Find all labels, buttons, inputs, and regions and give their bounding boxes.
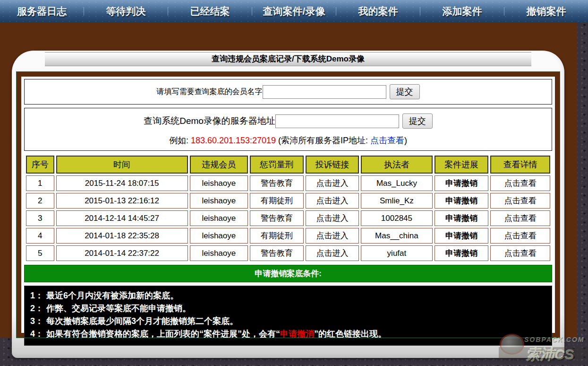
condition-item-3: 3：每次撤销案底最少间隔3个月才能撤销第二个案底。 xyxy=(30,315,546,328)
cell-punishment: 有期徒刑 xyxy=(250,228,304,244)
cell-time: 2015-11-24 18:07:15 xyxy=(56,175,188,191)
condition-text: 如果有符合撤销资格的案底，上面列表的“案件进展”处，会有“ xyxy=(46,329,280,339)
condition-number: 3： xyxy=(30,316,43,326)
cell-punishment: 警告教育 xyxy=(250,245,304,261)
cell-time: 2014-12-14 14:45:27 xyxy=(56,210,188,226)
table-header-row: 序号 时间 违规会员 惩罚量刑 投诉链接 执法者 案件进展 查看详情 xyxy=(26,156,550,174)
header-detail: 查看详情 xyxy=(490,156,550,174)
example-middle: (索沛所有服务器IP地址: xyxy=(276,136,370,145)
content-box: 请填写需要查询案底的会员名字 提交 查询系统Demo录像的服务器地址 提交 例如… xyxy=(17,72,560,338)
conditions-title-bar: 申请撤销案底条件: xyxy=(24,265,552,282)
nav-item-server-logs[interactable]: 服务器日志 xyxy=(0,5,84,18)
demo-query-input[interactable] xyxy=(275,114,399,128)
cell-enforcer: Smlie_Kz xyxy=(361,193,432,209)
cell-index: 1 xyxy=(26,175,54,191)
nav-item-closed-cases[interactable]: 已经结案 xyxy=(168,5,252,18)
header-punishment: 惩罚量刑 xyxy=(250,156,304,174)
nav-item-query-cases-demos[interactable]: 查询案件/录像 xyxy=(252,5,336,18)
complaint-link[interactable]: 点击进入 xyxy=(306,210,359,226)
revoke-request-link[interactable]: 申请撤销 xyxy=(435,245,489,261)
condition-number: 2： xyxy=(30,304,43,313)
example-line: 例如: 183.60.201.153:27019 (索沛所有服务器IP地址: 点… xyxy=(169,135,407,146)
revoke-request-link[interactable]: 申请撤销 xyxy=(435,175,489,191)
view-detail-link[interactable]: 点击查看 xyxy=(490,175,550,191)
table-row: 2 2015-01-13 22:16:12 leishaoye 有期徒刑 点击进… xyxy=(26,193,550,209)
table-row: 3 2014-12-14 14:45:27 leishaoye 警告教育 点击进… xyxy=(26,210,550,226)
content-window: 查询违规会员案底记录/下载系统Demo录像 请填写需要查询案底的会员名字 提交 … xyxy=(12,51,564,358)
complaint-link[interactable]: 点击进入 xyxy=(306,245,359,261)
outer-frame: 查询违规会员案底记录/下载系统Demo录像 请填写需要查询案底的会员名字 提交 … xyxy=(0,22,577,338)
cell-enforcer: Mas__china xyxy=(361,228,432,244)
example-suffix: ) xyxy=(404,136,407,145)
cell-punishment: 警告教育 xyxy=(250,210,304,226)
complaint-link[interactable]: 点击进入 xyxy=(306,228,359,244)
cell-punishment: 有期徒刑 xyxy=(250,193,304,209)
top-navigation: 服务器日志 等待判决 已经结案 查询案件/录像 我的案件 添加案件 撤销案件 xyxy=(0,0,588,22)
header-time: 时间 xyxy=(56,156,188,174)
example-ip-address: 183.60.201.153:27019 xyxy=(191,136,276,145)
conditions-list: 1：最近6个月内没有被添加新的案底。 2：作弊、交易记录等案底不能申请撤销。 3… xyxy=(24,286,552,346)
view-detail-link[interactable]: 点击查看 xyxy=(490,210,550,226)
cell-member: leishaoye xyxy=(190,193,248,209)
condition-highlight-red: 申请撤消 xyxy=(280,329,314,339)
example-prefix: 例如: xyxy=(169,136,191,145)
cell-time: 2014-01-14 22:37:22 xyxy=(56,245,188,261)
cell-time: 2015-01-13 22:16:12 xyxy=(56,193,188,209)
condition-item-2: 2：作弊、交易记录等案底不能申请撤销。 xyxy=(30,302,546,315)
nav-item-pending-verdict[interactable]: 等待判决 xyxy=(84,5,168,18)
header-complaint: 投诉链接 xyxy=(306,156,359,174)
condition-number: 4： xyxy=(30,329,43,339)
view-all-servers-link[interactable]: 点击查看 xyxy=(370,136,404,145)
cell-index: 2 xyxy=(26,193,54,209)
page-background: 服务器日志 等待判决 已经结案 查询案件/录像 我的案件 添加案件 撤销案件 查… xyxy=(0,0,588,366)
cell-punishment: 警告教育 xyxy=(250,175,304,191)
demo-query-submit-button[interactable]: 提交 xyxy=(402,113,433,129)
header-progress: 案件进展 xyxy=(435,156,489,174)
table-row: 5 2014-01-14 22:37:22 leishaoye 警告教育 点击进… xyxy=(26,245,550,261)
member-query-form: 请填写需要查询案底的会员名字 提交 xyxy=(24,79,552,105)
condition-item-4: 4：如果有符合撤销资格的案底，上面列表的“案件进展”处，会有“申请撤消”的红色链… xyxy=(30,328,546,340)
cell-member: leishaoye xyxy=(190,175,248,191)
header-member: 违规会员 xyxy=(190,156,248,174)
cell-enforcer: Mas_Lucky xyxy=(361,175,432,191)
cell-index: 3 xyxy=(26,210,54,226)
revoke-request-link[interactable]: 申请撤销 xyxy=(435,228,489,244)
condition-text: 作弊、交易记录等案底不能申请撤销。 xyxy=(46,304,191,313)
revoke-request-link[interactable]: 申请撤销 xyxy=(435,210,489,226)
page-title: 查询违规会员案底记录/下载系统Demo录像 xyxy=(45,52,531,66)
cell-index: 5 xyxy=(26,245,54,261)
cell-time: 2014-01-18 22:35:28 xyxy=(56,228,188,244)
cell-enforcer: yiufat xyxy=(361,245,432,261)
complaint-link[interactable]: 点击进入 xyxy=(306,193,359,209)
condition-text: 每次撤销案底最少间隔3个月才能撤销第二个案底。 xyxy=(46,316,238,326)
demo-query-form: 查询系统Demo录像的服务器地址 提交 例如: 183.60.201.153:2… xyxy=(24,108,552,151)
condition-number: 1： xyxy=(30,291,43,300)
member-query-input[interactable] xyxy=(263,85,386,99)
condition-item-1: 1：最近6个月内没有被添加新的案底。 xyxy=(30,289,546,302)
demo-query-label: 查询系统Demo录像的服务器地址 xyxy=(144,115,275,127)
nav-item-revoke-case[interactable]: 撤销案件 xyxy=(504,5,588,18)
cell-member: leishaoye xyxy=(190,228,248,244)
table-row: 4 2014-01-18 22:35:28 leishaoye 有期徒刑 点击进… xyxy=(26,228,550,244)
cell-member: leishaoye xyxy=(190,210,248,226)
view-detail-link[interactable]: 点击查看 xyxy=(490,193,550,209)
table-row: 1 2015-11-24 18:07:15 leishaoye 警告教育 点击进… xyxy=(26,175,550,191)
revoke-request-link[interactable]: 申请撤销 xyxy=(435,193,489,209)
violation-records-table: 序号 时间 违规会员 惩罚量刑 投诉链接 执法者 案件进展 查看详情 1 xyxy=(24,154,552,263)
condition-text: ”的红色链接出现。 xyxy=(314,329,386,339)
cell-index: 4 xyxy=(26,228,54,244)
header-enforcer: 执法者 xyxy=(361,156,432,174)
cell-member: leishaoye xyxy=(190,245,248,261)
nav-item-add-case[interactable]: 添加案件 xyxy=(420,5,504,18)
member-query-label: 请填写需要查询案底的会员名字 xyxy=(157,87,263,97)
cell-enforcer: 1002845 xyxy=(361,210,432,226)
condition-text: 最近6个月内没有被添加新的案底。 xyxy=(46,291,179,300)
header-index: 序号 xyxy=(26,156,54,174)
member-query-submit-button[interactable]: 提交 xyxy=(390,84,420,99)
view-detail-link[interactable]: 点击查看 xyxy=(490,228,550,244)
complaint-link[interactable]: 点击进入 xyxy=(306,175,359,191)
nav-item-my-cases[interactable]: 我的案件 xyxy=(336,5,420,18)
view-detail-link[interactable]: 点击查看 xyxy=(490,245,550,261)
